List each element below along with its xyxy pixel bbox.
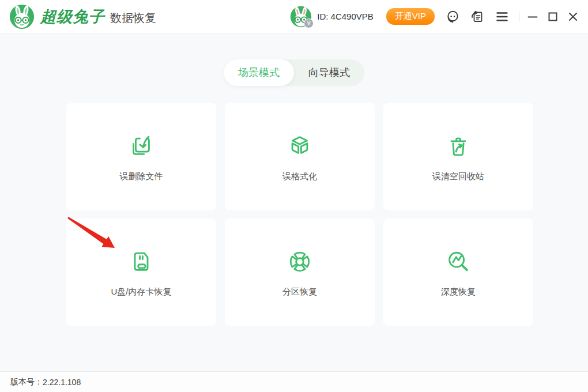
menu-icon[interactable] (495, 10, 509, 24)
brand: 超级兔子 数据恢复 (40, 6, 156, 27)
mode-switcher: 场景模式 向导模式 (224, 59, 364, 86)
restore-file-icon (128, 133, 154, 160)
card-usb-memory-card-recovery[interactable]: U盘/内存卡恢复 (66, 218, 216, 326)
cube-icon (287, 133, 313, 160)
close-button[interactable] (566, 10, 580, 24)
minimize-button[interactable] (526, 10, 540, 24)
sd-card-icon (128, 248, 154, 275)
maximize-button[interactable] (546, 10, 560, 24)
main-area: 场景模式 向导模式 误删除文件 (0, 59, 588, 392)
card-deep-recovery[interactable]: 深度恢复 (383, 218, 533, 326)
version-label: 版本号： (10, 377, 43, 387)
card-label: 误清空回收站 (432, 171, 484, 182)
card-unformat[interactable]: 误格式化 (225, 103, 375, 210)
app-subtitle: 数据恢复 (110, 10, 156, 26)
app-window: 超级兔子 数据恢复 V I (0, 0, 588, 392)
tab-wizard-mode[interactable]: 向导模式 (294, 59, 364, 86)
card-label: U盘/内存卡恢复 (111, 287, 172, 297)
app-logo-rabbit-icon (9, 4, 35, 29)
card-undelete-files[interactable]: 误删除文件 (66, 103, 216, 210)
card-label: 误格式化 (282, 171, 317, 182)
customer-service-icon[interactable] (446, 10, 459, 24)
feature-grid: 误删除文件 误格式化 (66, 103, 533, 326)
user-id: ID: 4C490VPB (317, 12, 374, 21)
status-bar: 版本号： 2.22.1.108 (0, 371, 588, 392)
card-partition-recovery[interactable]: 分区恢复 (225, 218, 375, 326)
partition-icon (287, 248, 313, 275)
feedback-icon[interactable] (470, 10, 484, 24)
divider (519, 12, 519, 22)
card-label: 分区恢复 (282, 287, 317, 297)
open-vip-button[interactable]: 开通VIP (386, 8, 435, 25)
vip-level-badge: V (304, 18, 314, 28)
app-title: 超级兔子 (40, 6, 105, 27)
card-label: 误删除文件 (120, 171, 163, 182)
version-value: 2.22.1.108 (43, 378, 81, 387)
card-label: 深度恢复 (441, 287, 476, 297)
title-bar: 超级兔子 数据恢复 V I (0, 0, 588, 33)
magnifier-chart-icon (445, 248, 472, 275)
tab-scene-mode[interactable]: 场景模式 (224, 59, 294, 86)
card-empty-recycle-bin[interactable]: 误清空回收站 (383, 103, 533, 210)
trash-restore-icon (445, 133, 472, 160)
user-avatar[interactable]: V (290, 6, 312, 28)
